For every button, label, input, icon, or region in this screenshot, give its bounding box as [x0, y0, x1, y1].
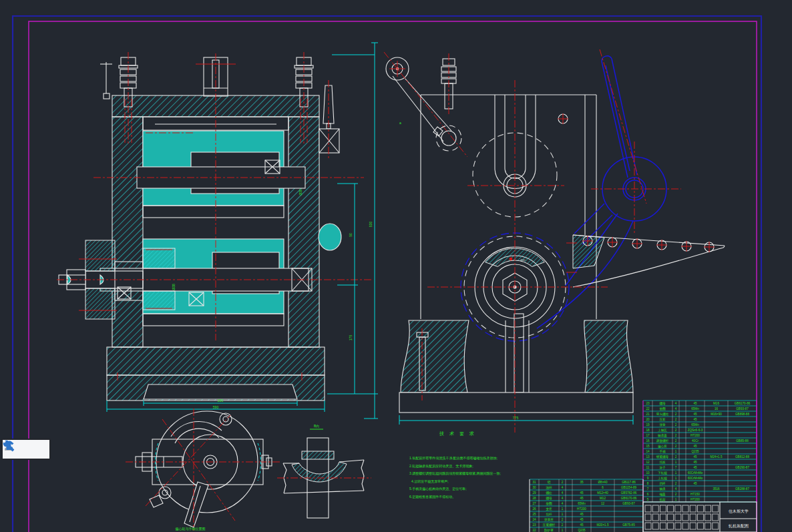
- svg-text:29: 29: [532, 491, 536, 495]
- svg-text:17: 17: [646, 434, 650, 437]
- svg-text:轴承: 轴承: [659, 487, 666, 491]
- svg-text:2: 2: [562, 523, 564, 527]
- eccentric-detail-view: 偏心轮与手柄位置图: [126, 409, 280, 531]
- svg-text:2: 2: [675, 423, 677, 427]
- blue-crank-mechanism: [537, 49, 681, 328]
- svg-text:M16×90: M16×90: [711, 413, 722, 416]
- svg-text:GB288-87: GB288-87: [735, 487, 749, 491]
- svg-text:45: 45: [693, 402, 697, 405]
- svg-text:3516: 3516: [713, 487, 720, 491]
- revision-grid: [645, 505, 719, 529]
- org-name: 佳木斯大学: [729, 509, 749, 513]
- overlay-toolbar: [1, 439, 51, 460]
- svg-text:支座: 支座: [546, 507, 552, 511]
- side-elevation-view: Ø40: [384, 49, 725, 433]
- drawing-title: 轧机装配图: [728, 524, 749, 529]
- svg-text:2: 2: [675, 439, 677, 443]
- svg-text:下轧辊: 下轧辊: [658, 471, 667, 475]
- dim-height-upper: 50: [349, 233, 353, 237]
- svg-text:上轴瓦: 上轴瓦: [658, 429, 667, 433]
- svg-text:手柄: 手柄: [659, 449, 666, 454]
- dim-right-base: 775: [513, 416, 519, 420]
- svg-text:2: 2: [675, 493, 677, 496]
- svg-text:45: 45: [693, 461, 697, 464]
- svg-text:1: 1: [675, 450, 677, 453]
- svg-text:45: 45: [693, 413, 697, 416]
- note-line: 4.运转应平稳无异常噪声;: [411, 479, 449, 484]
- svg-text:45: 45: [693, 482, 697, 485]
- svg-text:锁紧螺母: 锁紧螺母: [656, 455, 669, 459]
- svg-text:双头螺柱: 双头螺柱: [656, 412, 669, 416]
- svg-text:11: 11: [646, 466, 650, 469]
- svg-text:8: 8: [647, 482, 649, 485]
- svg-text:Q235: Q235: [578, 529, 586, 532]
- svg-text:偏心套: 偏心套: [657, 445, 667, 449]
- svg-text:6: 6: [647, 493, 649, 496]
- note-line: 5.手柄及偏心机构动作灵活、定位可靠;: [409, 487, 467, 491]
- eccentric-detail-label: 偏心轮与手柄位置图: [175, 527, 206, 531]
- svg-text:M20×1.5: M20×1.5: [596, 523, 608, 527]
- svg-text:28: 28: [532, 497, 536, 500]
- svg-text:60CrMnMo: 60CrMnMo: [688, 477, 703, 480]
- svg-text:15: 15: [646, 445, 650, 448]
- svg-text:45: 45: [580, 523, 584, 527]
- svg-text:托板: 托板: [659, 461, 666, 464]
- svg-text:2: 2: [675, 429, 677, 432]
- svg-text:45: 45: [580, 513, 584, 516]
- svg-text:4: 4: [562, 486, 564, 489]
- svg-text:1: 1: [675, 498, 677, 501]
- svg-text:4: 4: [675, 487, 677, 491]
- svg-text:垫圈: 垫圈: [659, 407, 666, 411]
- svg-text:HT200: HT200: [577, 507, 586, 511]
- svg-text:23: 23: [646, 402, 650, 405]
- svg-text:16: 16: [646, 439, 650, 443]
- svg-text:12: 12: [646, 461, 650, 464]
- cad-canvas[interactable]: 280 590 50 175 530 Ø38 Ø30: [0, 0, 792, 532]
- svg-text:60CrMnMo: 60CrMnMo: [688, 471, 703, 475]
- svg-text:GB5782-86: GB5782-86: [621, 491, 637, 495]
- svg-text:ZQSn6-6-3: ZQSn6-6-3: [688, 429, 703, 432]
- svg-text:GB290-87: GB290-87: [735, 466, 749, 469]
- svg-text:35: 35: [580, 481, 584, 484]
- svg-text:垫圈: 垫圈: [546, 502, 552, 505]
- svg-text:GB93-87: GB93-87: [736, 407, 749, 411]
- svg-text:GB6170-86: GB6170-86: [621, 497, 637, 500]
- svg-text:GB812-88: GB812-88: [735, 455, 749, 459]
- svg-text:HT150: HT150: [690, 493, 700, 496]
- dim-base-inner: 280: [218, 398, 224, 403]
- svg-text:45: 45: [693, 418, 697, 421]
- svg-text:14: 14: [646, 450, 650, 453]
- svg-text:调整螺钉: 调整螺钉: [656, 439, 669, 443]
- svg-text:27: 27: [532, 502, 536, 505]
- svg-text:7: 7: [647, 487, 649, 491]
- svg-text:上轧辊: 上轧辊: [658, 477, 667, 481]
- pad-detail-label: B向: [314, 424, 319, 428]
- svg-text:机架: 机架: [659, 498, 666, 501]
- svg-text:防护罩: 防护罩: [544, 528, 554, 532]
- notes-title: 技 术 要 求: [439, 431, 476, 437]
- svg-text:45: 45: [580, 491, 584, 495]
- svg-text:16: 16: [715, 407, 719, 411]
- svg-text:GB75-85: GB75-85: [622, 523, 635, 527]
- svg-text:压套: 压套: [658, 418, 666, 421]
- svg-text:45: 45: [693, 455, 697, 459]
- svg-text:滚子: 滚子: [659, 466, 666, 469]
- svg-text:4: 4: [562, 491, 564, 495]
- tech-notes: 技 术 要 求 1.装配前所有零件须清洗干净,配合面不得有磕碰划伤及锈蚀; 2.…: [409, 431, 501, 499]
- wrench-icon[interactable]: [33, 443, 47, 456]
- tshirt-icon[interactable]: [19, 443, 33, 456]
- svg-text:弹簧座: 弹簧座: [544, 517, 554, 522]
- view-marker: a: [399, 121, 401, 125]
- bom-sub-table: 31销235Ø8×40GB117-8630油杯46GB1154-8929螺栓44…: [530, 479, 643, 532]
- svg-text:6: 6: [602, 486, 604, 489]
- svg-text:挡环: 挡环: [659, 482, 666, 486]
- title-block: 佳木斯大学 轧机装配图: [643, 502, 757, 532]
- svg-text:2: 2: [675, 482, 677, 485]
- svg-text:2: 2: [675, 455, 677, 459]
- svg-text:25: 25: [532, 513, 536, 516]
- svg-text:65Mn: 65Mn: [578, 502, 586, 505]
- svg-text:螺母: 螺母: [546, 496, 552, 501]
- note-line: 3.调整螺钉调整轧辊间隙后须用锁紧螺母锁紧,两侧间隙应一致;: [409, 471, 501, 476]
- svg-text:HT200: HT200: [690, 498, 700, 501]
- svg-text:螺母: 螺母: [659, 401, 666, 406]
